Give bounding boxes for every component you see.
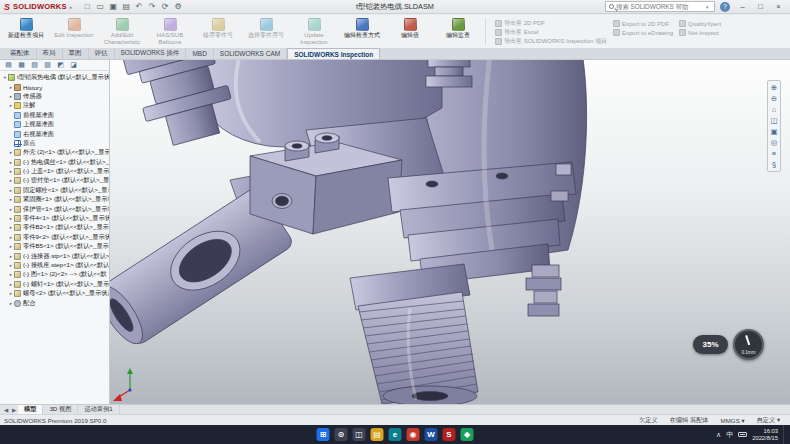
tree-item[interactable]: ▸配合 <box>0 298 109 307</box>
tree-item[interactable]: 上视基准面 <box>0 120 109 129</box>
close-button[interactable]: × <box>771 2 786 11</box>
tree-item[interactable]: ▸注解 <box>0 101 109 110</box>
featuremanager-panel: ▤▦▧▨◩◪ ▾t型铠装热电偶 (默认<默认_显示状态-1>)▸History▸… <box>0 60 110 404</box>
tree-item[interactable]: ▸外壳 (2)<1> (默认<<默认>_显示状 <box>0 148 109 157</box>
tree-item-label: 注解 <box>23 101 35 110</box>
export-item-label: 导出至 SOLIDWORKS Inspection 项目 <box>504 37 607 46</box>
zoom-out-icon[interactable]: ⊖ <box>768 93 780 104</box>
search-button[interactable]: ⊙ <box>335 428 348 441</box>
tree-item[interactable]: ▸(-) 上盖<1> (默认<<默认>_显示状 <box>0 167 109 176</box>
tree-item[interactable]: ▸固定螺栓<1> (默认<<默认>_显示状 <box>0 186 109 195</box>
zoom-in-icon[interactable]: ⊕ <box>768 82 780 93</box>
tree-item[interactable]: ▸传感器 <box>0 92 109 101</box>
tree-item[interactable]: ▸紧固圈<1> (默认<<默认>_显示状态 <box>0 195 109 204</box>
show-desktop-button[interactable] <box>783 425 785 444</box>
quick-tool-icon[interactable]: ▤ <box>120 2 132 11</box>
view-orientation-icon[interactable]: ▣ <box>768 126 780 137</box>
doc-tab-scroll-icon[interactable]: ◀ <box>2 407 10 413</box>
ime-indicator[interactable]: 中 <box>726 430 733 440</box>
quick-tool-icon[interactable]: ↷ <box>146 2 158 11</box>
status-item[interactable]: 欠定义 <box>639 416 658 425</box>
tree-item[interactable]: ▾t型铠装热电偶 (默认<默认_显示状态-1>) <box>0 73 109 82</box>
tree-item[interactable]: ▸螺母<2> (默认<<默认>_显示状态 <box>0 289 109 298</box>
browser-button[interactable]: ◉ <box>407 428 420 441</box>
status-item[interactable]: MMGS ▾ <box>721 417 745 424</box>
commandmanager-tab[interactable]: 评估 <box>89 48 115 59</box>
tree-item-label: 零件B5<1> (默认<<默认>_显示 <box>23 242 109 251</box>
tree-item[interactable]: ▸(-) 热电偶丝<1> (默认<<默认>_显 <box>0 158 109 167</box>
export-item-label: Net-Inspect <box>688 30 719 36</box>
new-inspection-button[interactable]: 新建检查项目 <box>2 16 50 47</box>
configurationmanager-tab[interactable]: ▧ <box>29 61 40 69</box>
display-style-icon[interactable]: ◎ <box>768 137 780 148</box>
tree-item[interactable]: ▸零件4<1> (默认<<默认>_显示状 <box>0 214 109 223</box>
status-item[interactable]: 自定义 ▾ <box>757 416 780 425</box>
commandmanager-tab[interactable]: SOLIDWORKS Inspection <box>287 48 380 59</box>
search-input[interactable] <box>616 3 704 10</box>
edit-audit-icon <box>452 18 465 31</box>
commandmanager-tab[interactable]: SOLIDWORKS 插件 <box>115 48 187 59</box>
commandmanager-tabs: 装配体布局草图评估SOLIDWORKS 插件MBDSOLIDWORKS CAMS… <box>4 48 380 59</box>
solidworks-button[interactable]: S <box>443 428 456 441</box>
commandmanager-tab[interactable]: 草图 <box>63 48 89 59</box>
tree-item[interactable]: ▸(-) 图<1> (2)<2> --> (默认<<默 <box>0 270 109 279</box>
quick-tool-icon[interactable]: □ <box>81 2 93 11</box>
document-tab[interactable]: 3D 视图 <box>43 405 78 415</box>
commandmanager-tab[interactable]: 布局 <box>37 48 63 59</box>
document-tab[interactable]: 运动算例1 <box>78 405 119 415</box>
quick-tool-icon[interactable]: ▣ <box>107 2 119 11</box>
zoom-fit-icon[interactable]: ⌂ <box>768 104 780 115</box>
explorer-button[interactable]: ▤ <box>371 428 384 441</box>
help-search-box[interactable]: ▾ <box>605 1 715 12</box>
edit-method-button[interactable]: 编辑检查方式 <box>338 16 386 47</box>
commandmanager-tab[interactable]: 装配体 <box>4 48 37 59</box>
maximize-button[interactable]: □ <box>753 2 768 11</box>
search-caret-icon[interactable]: ▾ <box>706 4 709 10</box>
hide-show-items-icon[interactable]: ≡ <box>768 148 780 159</box>
dimxpertmanager-tab[interactable]: ▨ <box>42 61 53 69</box>
3d-viewport[interactable]: ⊕⊖⌂◫▣◎≡§ 35% 0.1mm <box>110 60 790 404</box>
hidden-icons-button[interactable]: ∧ <box>716 431 721 439</box>
tree-item[interactable]: ▸零件B5<1> (默认<<默认>_显示 <box>0 242 109 251</box>
view-settings-icon[interactable]: § <box>768 159 780 170</box>
battery-icon[interactable] <box>738 432 747 437</box>
tree-item[interactable]: 右视基准面 <box>0 129 109 138</box>
tree-item[interactable]: ▸(-) 接线座.step<1> (默认<<默认> <box>0 261 109 270</box>
doc-tab-scroll-icon[interactable]: ▶ <box>10 407 18 413</box>
tree-item[interactable]: ▸(-) 密封垫<1> (默认<<默认>_显示 <box>0 176 109 185</box>
minimize-button[interactable]: – <box>735 2 750 11</box>
logo-caret-icon[interactable]: ▸ <box>70 4 73 10</box>
edit-value-button[interactable]: 编辑值 <box>386 16 434 47</box>
quick-tool-icon[interactable]: ↶ <box>133 2 145 11</box>
taskbar-clock[interactable]: 16:03 2022/8/15 <box>752 428 778 441</box>
word-button[interactable]: W <box>425 428 438 441</box>
tree-item[interactable]: 前视基准面 <box>0 111 109 120</box>
tree-item[interactable]: ▸保护管<1> (默认<<默认>_显示状 <box>0 204 109 213</box>
tree-item-label: 原点 <box>23 139 35 148</box>
chat-button[interactable]: ◆ <box>461 428 474 441</box>
tree-item[interactable]: ▸(-) 连接器.stp<1> (默认<<默认>_ <box>0 251 109 260</box>
help-button[interactable]: ? <box>720 2 730 12</box>
displaymanager-tab[interactable]: ◩ <box>55 61 66 69</box>
quick-tool-icon[interactable]: ▭ <box>94 2 106 11</box>
featuremanager-tree-tab[interactable]: ▤ <box>3 61 14 69</box>
tree-item[interactable]: 原点 <box>0 139 109 148</box>
edge-button[interactable]: e <box>389 428 402 441</box>
propertymanager-tab[interactable]: ▦ <box>16 61 27 69</box>
tree-item[interactable]: ▸零件B2<1> (默认<<默认>_显示 <box>0 223 109 232</box>
tree-item[interactable]: ▸(-) 螺钉<1> (默认<<默认>_显示 <box>0 280 109 289</box>
cam-tree-tab[interactable]: ◪ <box>68 61 79 69</box>
document-tab[interactable]: 模型 <box>18 405 43 415</box>
3d-model[interactable] <box>110 60 790 404</box>
taskview-button[interactable]: ◫ <box>353 428 366 441</box>
status-item[interactable]: 在编辑 装配体 <box>670 416 709 425</box>
tree-item[interactable]: ▸History <box>0 82 109 91</box>
quick-tool-icon[interactable]: ⚙ <box>172 2 184 11</box>
tree-item[interactable]: ▸零件9<2> (默认<<默认>_显示状 <box>0 233 109 242</box>
quick-tool-icon[interactable]: ⟳ <box>159 2 171 11</box>
commandmanager-tab[interactable]: MBD <box>186 48 213 59</box>
section-view-icon[interactable]: ◫ <box>768 115 780 126</box>
commandmanager-tab[interactable]: SOLIDWORKS CAM <box>214 48 287 59</box>
edit-audit-button[interactable]: 编辑监查 <box>434 16 482 47</box>
start-button[interactable]: ⊞ <box>317 428 330 441</box>
